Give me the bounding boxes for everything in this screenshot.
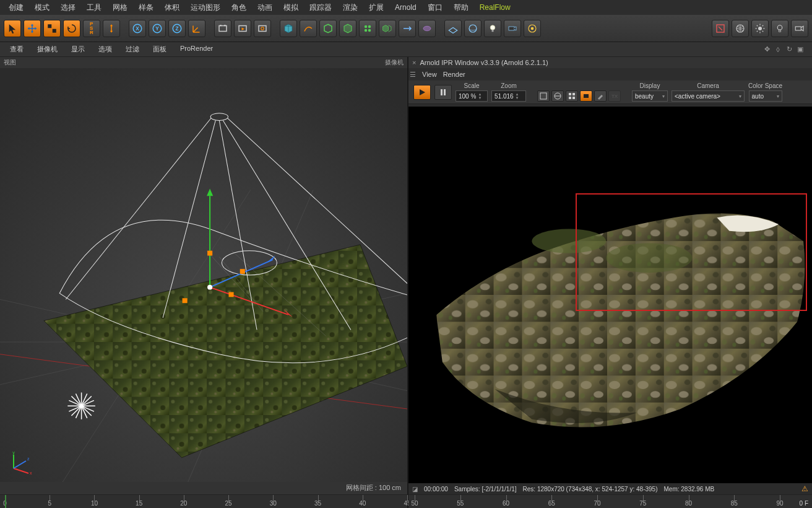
ipr-status: ◪ 00:00:00 Samples: [-2/1/1/1/1/1] Res: … <box>408 483 812 494</box>
menu-Arnold[interactable]: Arnold <box>390 1 421 14</box>
primitive-spline[interactable] <box>300 20 317 37</box>
timeline-right[interactable]: 0 F 505560657075808590 <box>408 494 812 508</box>
scale-label: Scale <box>464 82 479 89</box>
viewport[interactable]: y x z <box>0 68 407 482</box>
menu-工具[interactable]: 工具 <box>82 1 106 15</box>
axis-z[interactable]: Z <box>168 20 186 37</box>
menu-模拟[interactable]: 模拟 <box>279 1 303 15</box>
menu-运动图形[interactable]: 运动图形 <box>186 1 225 15</box>
ipr-btn-tx[interactable]: TX <box>608 90 621 102</box>
tool-scale[interactable] <box>43 20 61 37</box>
tool-move[interactable] <box>24 20 41 37</box>
tool-rotate[interactable] <box>63 20 80 37</box>
ipr-btn-region[interactable] <box>580 90 592 102</box>
globe-icon[interactable] <box>732 20 749 37</box>
menu-网格[interactable]: 网格 <box>108 1 132 15</box>
primitive-deformer[interactable] <box>339 20 356 37</box>
render-settings[interactable] <box>254 20 271 37</box>
sec-显示[interactable]: 显示 <box>65 43 91 56</box>
tool-psr[interactable]: PSR <box>83 20 100 37</box>
ipr-btn-brush[interactable] <box>594 90 607 102</box>
menu-模式[interactable]: 模式 <box>30 1 54 15</box>
ipr-btn-grid[interactable] <box>566 90 578 102</box>
menu-创建[interactable]: 创建 <box>4 1 28 15</box>
tool-lock[interactable] <box>103 20 120 37</box>
vp-zoom-icon[interactable]: ◊ <box>774 45 782 54</box>
svg-line-32 <box>757 25 758 26</box>
svg-rect-1 <box>53 28 56 32</box>
axis-x[interactable]: X <box>129 20 146 37</box>
tool-select[interactable] <box>4 20 21 37</box>
sec-过滤[interactable]: 过滤 <box>119 43 145 56</box>
floor-icon[interactable] <box>444 20 462 37</box>
ipr-close-icon[interactable]: × <box>412 59 416 66</box>
menu-帮助[interactable]: 帮助 <box>449 1 473 15</box>
vp-nav-icon[interactable]: ✥ <box>762 45 771 54</box>
primitive-field[interactable] <box>399 20 416 37</box>
ipr-warn-icon[interactable]: ⚠ <box>801 484 808 493</box>
ipr-canvas[interactable] <box>408 107 812 483</box>
menu-角色[interactable]: 角色 <box>227 1 251 15</box>
ipr-play-button[interactable] <box>413 85 431 100</box>
camera-select[interactable]: <active camera>▾ <box>672 90 745 102</box>
vp-max-icon[interactable]: ▣ <box>796 45 805 54</box>
sun-icon[interactable] <box>751 20 769 37</box>
menu-渲染[interactable]: 渲染 <box>338 1 363 15</box>
primitive-volume[interactable] <box>418 20 436 37</box>
sec-ProRender[interactable]: ProRender <box>174 43 219 56</box>
display-label: Display <box>640 82 660 89</box>
svg-line-35 <box>762 25 764 26</box>
svg-marker-61 <box>207 189 213 196</box>
menu-跟踪器[interactable]: 跟踪器 <box>304 1 337 15</box>
tool-coord[interactable] <box>188 20 205 37</box>
svg-rect-12 <box>259 25 266 31</box>
ipr-pause-button[interactable] <box>434 85 452 100</box>
vp-rotate-icon[interactable]: ↻ <box>785 45 793 54</box>
colorspace-label: Color Space <box>748 82 782 89</box>
ipr-menu-render[interactable]: Render <box>443 71 465 78</box>
sec-面板[interactable]: 面板 <box>147 43 173 56</box>
content-browser-icon[interactable] <box>712 20 729 37</box>
bulb-icon[interactable] <box>771 20 788 37</box>
menu-窗口[interactable]: 窗口 <box>423 1 447 15</box>
stage-icon[interactable] <box>524 20 541 37</box>
ipr-menu-view[interactable]: View <box>422 71 437 78</box>
render-region[interactable] <box>234 20 251 37</box>
primitive-generator[interactable] <box>319 20 337 37</box>
menu-扩展[interactable]: 扩展 <box>364 1 389 15</box>
menu-样条[interactable]: 样条 <box>134 1 158 15</box>
primitive-array[interactable] <box>359 20 376 37</box>
ipr-btn-window[interactable] <box>537 90 550 102</box>
svg-rect-91 <box>572 93 575 95</box>
ipr-crop-icon[interactable]: ◪ <box>412 486 418 493</box>
svg-point-20 <box>490 25 495 30</box>
zoom-field[interactable]: 51.016▲▼ <box>491 90 526 102</box>
axis-y[interactable]: Y <box>149 20 166 37</box>
ipr-menu-icon[interactable]: ☰ <box>410 71 416 79</box>
primitive-instance[interactable] <box>379 20 396 37</box>
render-frame[interactable] <box>214 20 231 37</box>
light-icon[interactable] <box>484 20 501 37</box>
camera2-icon[interactable] <box>791 20 808 37</box>
scale-field[interactable]: 100 %▲▼ <box>456 90 488 102</box>
menu-动画[interactable]: 动画 <box>253 1 277 15</box>
svg-rect-0 <box>48 24 51 28</box>
sec-选项[interactable]: 选项 <box>92 43 118 56</box>
display-select[interactable]: beauty▾ <box>632 90 668 102</box>
sec-查看[interactable]: 查看 <box>4 43 30 56</box>
camera-icon[interactable] <box>504 20 521 37</box>
sky-icon[interactable] <box>464 20 482 37</box>
colorspace-select[interactable]: auto▾ <box>749 90 782 102</box>
timeline-left[interactable]: 051015202530354045 <box>0 494 407 508</box>
svg-point-14 <box>365 25 368 28</box>
menu-选择[interactable]: 选择 <box>56 1 80 15</box>
primitive-cube[interactable] <box>280 20 297 37</box>
svg-rect-68 <box>183 298 188 303</box>
sec-摄像机[interactable]: 摄像机 <box>31 43 64 56</box>
svg-rect-94 <box>584 94 589 98</box>
svg-line-81 <box>14 468 28 473</box>
menu-RealFlow[interactable]: RealFlow <box>475 1 516 14</box>
ipr-toolbar: Scale 100 %▲▼ Zoom 51.016▲▼ <box>408 81 812 104</box>
menu-体积[interactable]: 体积 <box>160 1 184 15</box>
ipr-btn-globe[interactable] <box>551 90 564 102</box>
